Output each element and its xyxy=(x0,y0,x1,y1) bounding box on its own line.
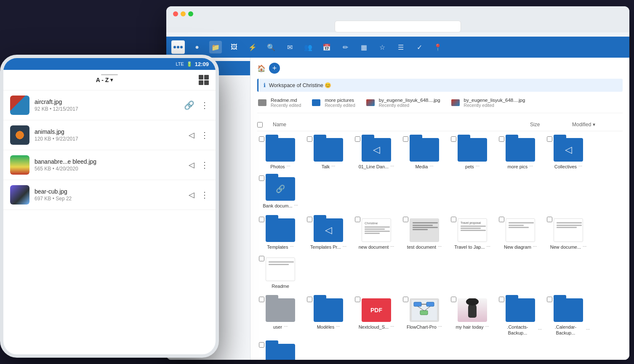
file-item-media[interactable]: Media ··· xyxy=(401,135,448,172)
file-checkbox[interactable] xyxy=(403,217,408,222)
file-menu-icon[interactable]: ··· xyxy=(390,324,394,329)
file-item-nextcloud-pdf[interactable]: PDF Nextcloud_S... ··· xyxy=(353,295,400,339)
file-item-flowchart[interactable]: FlowChart-Pro ··· xyxy=(401,295,448,339)
file-menu-icon[interactable]: ··· xyxy=(343,244,346,249)
add-button[interactable]: + xyxy=(269,63,280,74)
file-checkbox[interactable] xyxy=(355,297,360,302)
file-item-bankdocum[interactable]: 🔗 Bank docum... ··· xyxy=(257,174,304,211)
file-checkbox[interactable] xyxy=(307,136,312,142)
file-checkbox[interactable] xyxy=(259,256,264,261)
file-item-travel-jap[interactable]: Travel proposal Travel to Jap... ··· xyxy=(449,215,495,252)
file-menu-icon[interactable]: ··· xyxy=(287,163,290,168)
share-icon[interactable]: ◁ xyxy=(189,130,194,140)
file-menu-icon[interactable]: ··· xyxy=(290,244,293,249)
recent-item-photo2[interactable]: by_eugene_lisyuk_648....jpg Recently edi… xyxy=(450,98,525,108)
address-bar[interactable] xyxy=(335,21,461,32)
recent-item-more-pictures[interactable]: more pictures Recently edited xyxy=(311,98,355,108)
sort-control[interactable]: A - Z ▾ xyxy=(96,77,113,83)
recent-item-readme[interactable]: Readme.md Recently edited xyxy=(257,98,301,108)
file-checkbox[interactable] xyxy=(259,217,264,222)
nav-icon-apps[interactable]: ▦ xyxy=(357,41,370,53)
file-item-new-document[interactable]: Christine new document ··· xyxy=(353,215,400,252)
file-checkbox[interactable] xyxy=(403,136,408,142)
share-icon[interactable]: ◁ xyxy=(189,190,194,199)
file-checkbox[interactable] xyxy=(259,297,264,302)
nav-icon-contacts[interactable]: 👥 xyxy=(302,41,314,53)
file-menu-icon[interactable]: ··· xyxy=(284,324,288,329)
file-item-contacts-backup[interactable]: .Contacts-Backup... ··· xyxy=(497,295,543,339)
nav-icon-circle[interactable]: ● xyxy=(191,41,203,53)
nav-icon-calendar[interactable]: 📅 xyxy=(320,41,333,53)
more-icon[interactable]: ⋮ xyxy=(200,130,209,140)
nav-icon-location[interactable]: 📍 xyxy=(432,41,444,53)
col-modified-header[interactable]: Modified ▾ xyxy=(572,122,623,128)
file-checkbox[interactable] xyxy=(499,217,504,222)
file-checkbox[interactable] xyxy=(307,297,312,302)
file-checkbox[interactable] xyxy=(355,136,360,142)
grid-toggle-button[interactable] xyxy=(199,75,209,85)
nav-icon-files[interactable]: 📁 xyxy=(209,41,222,53)
file-menu-icon[interactable]: ··· xyxy=(438,244,442,249)
file-item-talk[interactable]: Talk ··· xyxy=(305,135,352,172)
file-checkbox[interactable] xyxy=(355,217,360,222)
nav-icon-mail[interactable]: ✉ xyxy=(283,41,296,53)
file-menu-icon[interactable]: ··· xyxy=(331,163,335,168)
file-menu-icon[interactable]: ··· xyxy=(583,244,586,249)
file-item-new-docume[interactable]: New docume... ··· xyxy=(545,215,591,252)
recent-item-photo1[interactable]: by_eugene_lisyuk_648....jpg Recently edi… xyxy=(365,98,440,108)
link-icon[interactable]: 🔗 xyxy=(184,100,194,110)
select-all-checkbox[interactable] xyxy=(257,122,263,128)
more-icon[interactable]: ⋮ xyxy=(200,190,209,200)
file-menu-icon[interactable]: ··· xyxy=(533,244,537,249)
file-item-templates-pr[interactable]: ◁ Templates Pr... ··· xyxy=(305,215,352,252)
file-checkbox[interactable] xyxy=(451,297,456,302)
file-item-templates[interactable]: Templates ··· xyxy=(257,215,304,252)
file-menu-icon[interactable]: ··· xyxy=(390,163,394,168)
close-button[interactable] xyxy=(173,11,178,16)
home-icon[interactable]: 🏠 xyxy=(257,64,266,72)
nav-icon-list[interactable]: ☰ xyxy=(394,41,407,53)
minimize-button[interactable] xyxy=(181,11,186,16)
file-item-collectives[interactable]: ◁ Collectives ··· xyxy=(545,135,591,172)
file-item-modeles[interactable]: Modèles ··· xyxy=(305,295,352,339)
more-icon[interactable]: ⋮ xyxy=(200,100,209,110)
more-icon[interactable]: ⋮ xyxy=(200,160,209,170)
file-checkbox[interactable] xyxy=(259,342,264,348)
file-menu-icon[interactable]: ··· xyxy=(586,327,590,332)
file-checkbox[interactable] xyxy=(451,136,456,142)
file-item-test-document[interactable]: test document ··· xyxy=(401,215,448,252)
nav-icon-photos[interactable]: 🖼 xyxy=(228,41,240,53)
file-checkbox[interactable] xyxy=(499,297,504,302)
file-menu-icon[interactable]: ··· xyxy=(336,324,340,329)
nav-icon-starred[interactable]: ☆ xyxy=(376,41,389,53)
file-checkbox[interactable] xyxy=(547,136,552,142)
file-menu-icon[interactable]: ··· xyxy=(294,202,298,207)
file-menu-icon[interactable]: ··· xyxy=(578,163,582,168)
file-checkbox[interactable] xyxy=(259,136,264,142)
file-item-pets[interactable]: pets ··· xyxy=(449,135,495,172)
list-item[interactable]: aircraft.jpg 92 KB • 12/15/2017 🔗 ⋮ xyxy=(3,90,216,120)
nav-icon-activity[interactable]: ⚡ xyxy=(246,41,259,53)
file-checkbox[interactable] xyxy=(499,136,504,142)
share-icon[interactable]: ◁ xyxy=(189,160,194,170)
file-item-readme[interactable]: Readme xyxy=(257,254,304,292)
list-item[interactable]: animals.jpg 120 KB • 9/22/2017 ◁ ⋮ xyxy=(3,120,216,150)
file-menu-icon[interactable]: ··· xyxy=(485,324,489,329)
file-item-new-diagram[interactable]: New diagram ··· xyxy=(497,215,543,252)
file-menu-icon[interactable]: ··· xyxy=(529,163,533,168)
file-item-linedan[interactable]: ◁ 01_Line Dan... ··· xyxy=(353,135,400,172)
file-menu-icon[interactable]: ··· xyxy=(538,327,542,332)
file-menu-icon[interactable]: ··· xyxy=(476,163,479,168)
file-checkbox[interactable] xyxy=(403,297,408,302)
nc-logo[interactable] xyxy=(171,40,185,54)
file-menu-icon[interactable]: ··· xyxy=(487,244,490,249)
file-menu-icon[interactable]: ··· xyxy=(438,324,442,329)
file-item-user[interactable]: user ··· xyxy=(257,295,304,339)
nav-icon-search[interactable]: 🔍 xyxy=(265,41,277,53)
maximize-button[interactable] xyxy=(188,11,193,16)
file-menu-icon[interactable]: ··· xyxy=(429,163,433,168)
file-menu-icon[interactable]: ··· xyxy=(390,244,394,249)
file-item-hair[interactable]: my hair today ··· xyxy=(449,295,495,339)
file-item-deck[interactable]: Deck ··· xyxy=(257,340,304,360)
file-checkbox[interactable] xyxy=(307,217,312,222)
